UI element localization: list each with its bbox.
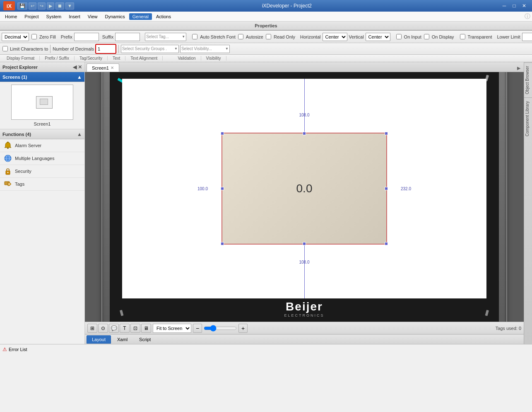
handle-tl[interactable]	[221, 132, 224, 135]
error-list-label[interactable]: Error List	[9, 347, 27, 352]
prefix-input[interactable]	[74, 33, 99, 41]
tab-xaml[interactable]: Xaml	[112, 335, 133, 344]
handle-tm[interactable]	[303, 132, 306, 135]
vertical-select[interactable]: Center	[366, 33, 390, 41]
screen-thumbnail[interactable]	[11, 85, 73, 120]
menu-system[interactable]: System	[43, 13, 65, 20]
select-visibility-dropdown[interactable]: Select Visibility... ▼	[180, 45, 230, 53]
handle-tr[interactable]	[385, 132, 388, 135]
handle-bl[interactable]	[221, 242, 224, 245]
zoom-select[interactable]: Fit to Screen	[153, 324, 191, 333]
undo-icon[interactable]: ↩	[29, 2, 36, 10]
autosize-checkbox[interactable]	[238, 34, 243, 39]
app-logo: iX	[3, 1, 15, 10]
canvas-widget[interactable]: 108.0 108.0 100.0 232.0 0.0	[221, 133, 387, 245]
grid-icon[interactable]: ⊞	[87, 324, 97, 333]
tab-layout[interactable]: Layout	[87, 335, 111, 344]
menu-project[interactable]: Project	[21, 13, 42, 20]
svg-point-1	[7, 142, 9, 143]
tab-overflow-icon[interactable]: ▶	[515, 65, 522, 72]
handle-ml[interactable]	[221, 187, 224, 190]
section-labels: Display Format Prefix / Suffix Tag/Secur…	[2, 56, 226, 61]
minimize-button[interactable]: ─	[500, 2, 509, 10]
title-bar-left: iX 💾 ↩ ↪ ▶ ⏹ ▼	[3, 1, 74, 10]
screens-header: Screens (1) ▲	[0, 72, 84, 82]
object-browser-tab[interactable]: Object Browser	[524, 62, 532, 97]
zoom-in-button[interactable]: +	[238, 324, 248, 333]
redo-icon[interactable]: ↪	[38, 2, 46, 10]
auto-stretch-checkbox[interactable]	[192, 34, 197, 39]
transparent-checkbox[interactable]	[460, 34, 465, 39]
section-prefix-suffix: Prefix / Suffix	[40, 56, 75, 61]
handle-bm[interactable]	[303, 242, 306, 245]
handle-mr[interactable]	[385, 187, 388, 190]
security-label: Security	[15, 169, 31, 174]
globe-icon	[3, 154, 12, 163]
tab-bar: Screen1 ✕ ▶	[85, 62, 524, 72]
suffix-label: Suffix	[102, 34, 113, 39]
run-icon[interactable]: ▶	[47, 2, 54, 10]
tags-label: Tags	[15, 182, 24, 187]
menu-dynamics[interactable]: Dynamics	[101, 13, 128, 20]
function-multiple-languages[interactable]: Multiple Languages	[0, 152, 84, 165]
screen-preview-area: Screen1	[0, 82, 84, 129]
panel-pin-icon[interactable]: ◀	[73, 64, 77, 70]
tab-close-icon[interactable]: ✕	[111, 65, 114, 70]
select-tag-dropdown[interactable]: Select Tag... ▼	[145, 33, 186, 41]
screens-expand-icon[interactable]: ▲	[77, 74, 82, 80]
limit-chars-checkbox[interactable]	[2, 46, 8, 51]
menu-general[interactable]: General	[129, 13, 152, 20]
on-input-checkbox[interactable]	[396, 34, 402, 39]
alarm-icon	[3, 141, 12, 150]
functions-title: Functions (4)	[2, 132, 31, 137]
menu-insert[interactable]: Insert	[65, 13, 84, 20]
tab-label: Screen1	[92, 65, 109, 70]
function-alarm-server[interactable]: Alarm Server	[0, 139, 84, 152]
monitor-icon[interactable]: 🖥	[141, 324, 151, 333]
select-security-dropdown[interactable]: Select Security Groups . ▼	[121, 45, 179, 53]
zoom-fit-icon[interactable]: ⊙	[98, 324, 108, 333]
stop-icon[interactable]: ⏹	[55, 2, 64, 10]
functions-panel: Functions (4) ▲ Alarm Server	[0, 129, 84, 344]
lock-icon	[3, 167, 12, 176]
suffix-input[interactable]	[115, 33, 140, 41]
svg-rect-15	[120, 310, 123, 316]
left-panel: Project Explorer ◀ ✕ Screens (1) ▲ Scree…	[0, 62, 85, 344]
comment-icon[interactable]: 💬	[109, 324, 119, 333]
lower-limit-input[interactable]	[522, 33, 532, 41]
functions-expand-icon[interactable]: ▲	[77, 131, 82, 137]
toolbar-row-2: Limit Characters to Number of Decimals S…	[0, 43, 532, 55]
text-icon[interactable]: T	[120, 324, 130, 333]
canvas-tab-screen1[interactable]: Screen1 ✕	[87, 63, 119, 72]
on-display-checkbox[interactable]	[424, 34, 429, 39]
menu-home[interactable]: Home	[2, 13, 20, 20]
menu-actions[interactable]: Actions	[153, 13, 174, 20]
layout-icon[interactable]: ⊡	[130, 324, 140, 333]
function-security[interactable]: Security	[0, 165, 84, 178]
zoom-out-button[interactable]: −	[193, 324, 202, 333]
help-icon[interactable]: ⓘ	[525, 13, 530, 20]
screens-title: Screens (1)	[2, 75, 27, 80]
readonly-label: Read Only	[274, 34, 295, 39]
function-tags[interactable]: Tags	[0, 178, 84, 191]
maximize-button[interactable]: □	[510, 2, 519, 10]
section-validation: Validation	[173, 56, 201, 61]
handle-br[interactable]	[385, 242, 388, 245]
project-explorer-header: Project Explorer ◀ ✕	[0, 62, 84, 72]
menu-view[interactable]: View	[84, 13, 101, 20]
number-decimals-wrapper	[95, 44, 116, 54]
more-icon[interactable]: ▼	[65, 2, 74, 10]
save-icon[interactable]: 💾	[17, 2, 27, 10]
component-library-tab[interactable]: Component Library	[524, 97, 532, 140]
readonly-checkbox[interactable]	[266, 34, 271, 39]
format-select[interactable]: Decimal	[2, 33, 29, 41]
zero-fill-checkbox[interactable]	[31, 34, 37, 39]
tags-icon	[3, 179, 12, 189]
horizontal-select[interactable]: Center	[323, 33, 347, 41]
toolbar-row-1: Decimal Zero Fill Prefix Suffix Select T…	[0, 31, 532, 43]
number-decimals-input[interactable]	[96, 45, 115, 53]
zoom-slider[interactable]	[204, 325, 237, 332]
panel-close-icon[interactable]: ✕	[78, 64, 82, 70]
tab-script[interactable]: Script	[134, 335, 156, 344]
close-button[interactable]: ✕	[520, 2, 529, 10]
